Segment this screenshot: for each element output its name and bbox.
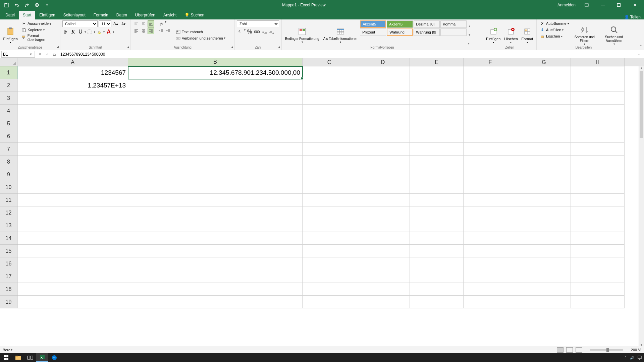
close-icon[interactable]: ✕ [630,2,640,8]
column-header-G[interactable]: G [517,58,571,66]
format-painter-button[interactable]: Format übertragen [20,33,58,42]
cell-E17[interactable] [410,270,464,283]
vertical-scrollbar[interactable]: ▲ ▼ [639,66,644,348]
maximize-icon[interactable] [614,2,624,8]
row-header-14[interactable]: 14 [0,232,17,245]
cell-B5[interactable] [128,117,303,130]
file-explorer-icon[interactable] [12,353,24,362]
tray-up-icon[interactable]: ˄ [625,356,627,360]
cell-G4[interactable] [517,105,571,117]
cell-A8[interactable] [17,156,128,168]
cell-D13[interactable] [356,219,410,232]
row-header-18[interactable]: 18 [0,283,17,296]
row-header-16[interactable]: 16 [0,257,17,270]
cell-B1[interactable]: 12.345.678.901.234.500.000,00 [128,66,303,79]
cell-C9[interactable] [303,168,356,181]
row-header-3[interactable]: 3 [0,92,17,105]
tray-volume-icon[interactable]: 🔊 [630,356,634,360]
tab-einfuegen[interactable]: Einfügen [35,11,59,19]
cell-A15[interactable] [17,245,128,257]
cell-E8[interactable] [410,156,464,168]
cell-F11[interactable] [464,194,517,206]
zoom-in-icon[interactable]: + [626,348,628,352]
cell-B14[interactable] [128,232,303,245]
decrease-indent-icon[interactable] [158,27,164,34]
clipboard-dialog-launcher[interactable]: ◢ [55,45,59,49]
redo-icon[interactable] [23,2,30,8]
cell-G3[interactable] [517,92,571,105]
cell-H17[interactable] [571,270,625,283]
cell-B12[interactable] [128,206,303,219]
cell-D11[interactable] [356,194,410,206]
tab-daten[interactable]: Daten [112,11,131,19]
cell-G16[interactable] [517,257,571,270]
save-icon[interactable] [3,2,10,8]
cell-C13[interactable] [303,219,356,232]
cell-H9[interactable] [571,168,625,181]
cell-A10[interactable] [17,181,128,194]
ribbon-display-icon[interactable] [582,2,592,8]
cell-B6[interactable] [128,130,303,143]
cell-B7[interactable] [128,143,303,156]
cell-A18[interactable] [17,283,128,296]
style-prozent[interactable]: Prozent [360,28,386,36]
select-all-corner[interactable] [0,58,17,66]
cell-A3[interactable] [17,92,128,105]
cell-E5[interactable] [410,117,464,130]
number-format-select[interactable]: Zahl [237,20,279,27]
styles-scroll-up-icon[interactable]: ▲ [468,24,471,28]
cell-G6[interactable] [517,130,571,143]
cell-E16[interactable] [410,257,464,270]
name-box-dropdown-icon[interactable]: ▼ [29,53,33,56]
clear-button[interactable]: Löschen ▾ [539,33,570,39]
cell-A5[interactable] [17,117,128,130]
expand-formula-bar-icon[interactable]: ⌄ [635,51,643,58]
cell-H6[interactable] [571,130,625,143]
minimize-icon[interactable]: — [598,2,608,8]
cell-G10[interactable] [517,181,571,194]
cell-D10[interactable] [356,181,410,194]
name-box[interactable]: B1 ▼ [1,51,35,58]
row-header-1[interactable]: 1 [0,66,17,79]
tab-start[interactable]: Start [19,11,35,19]
cell-E6[interactable] [410,130,464,143]
cut-button[interactable]: ✂Ausschneiden [20,20,58,26]
cell-B16[interactable] [128,257,303,270]
cell-F1[interactable] [464,66,517,79]
cell-E12[interactable] [410,206,464,219]
cell-G9[interactable] [517,168,571,181]
increase-decimal-icon[interactable]: ,0,00 [261,28,268,35]
cell-H12[interactable] [571,206,625,219]
cell-C1[interactable] [303,66,356,79]
cell-C4[interactable] [303,105,356,117]
merge-center-button[interactable]: Verbinden und zentrieren ▾ [174,35,226,41]
normal-view-icon[interactable] [557,347,564,353]
increase-font-icon[interactable]: A▴ [112,20,119,27]
cell-B9[interactable] [128,168,303,181]
fill-button[interactable]: Ausfüllen ▾ [539,27,570,33]
cell-D5[interactable] [356,117,410,130]
tab-formeln[interactable]: Formeln [90,11,112,19]
cell-F3[interactable] [464,92,517,105]
cell-C3[interactable] [303,92,356,105]
cell-F8[interactable] [464,156,517,168]
cell-F4[interactable] [464,105,517,117]
cell-E11[interactable] [410,194,464,206]
cell-E1[interactable] [410,66,464,79]
cell-C15[interactable] [303,245,356,257]
cell-H5[interactable] [571,117,625,130]
cell-E4[interactable] [410,105,464,117]
cell-F19[interactable] [464,296,517,308]
cell-A4[interactable] [17,105,128,117]
cell-F12[interactable] [464,206,517,219]
cell-B8[interactable] [128,156,303,168]
cell-F18[interactable] [464,283,517,296]
style-komma[interactable]: Komma [440,20,467,28]
style-akzent5[interactable]: Akzent5 [360,20,386,28]
row-header-12[interactable]: 12 [0,206,17,219]
styles-scroll-down-icon[interactable]: ▼ [468,33,471,37]
cell-H8[interactable] [571,156,625,168]
cell-A12[interactable] [17,206,128,219]
column-header-H[interactable]: H [571,58,625,66]
cell-F17[interactable] [464,270,517,283]
